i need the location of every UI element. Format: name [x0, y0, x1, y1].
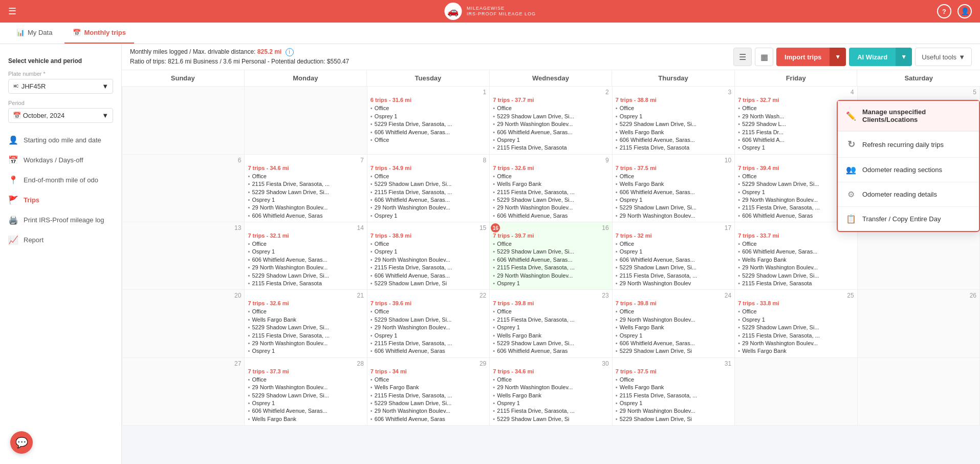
cal-trip-item[interactable]: 606 Whitfield Avenue, Saras...	[371, 196, 486, 204]
cal-trip-item[interactable]: 29 North Washington Boulev...	[616, 212, 731, 220]
calendar-view-button[interactable]: ▦	[755, 48, 773, 66]
cal-trip-item[interactable]: Wells Fargo Bank	[371, 384, 486, 391]
cal-trip-item[interactable]: Office	[493, 376, 608, 384]
cal-trip-item[interactable]: 29 North Washington Boulev...	[248, 204, 363, 212]
cal-trip-item[interactable]: 2115 Fiesta Drive, Sarasota	[738, 280, 854, 287]
cal-trip-item[interactable]: 29 North Washington Boulev...	[371, 256, 486, 264]
cal-cell-w3-d3[interactable]: 237 trips - 39.8 miOffice2115 Fiesta Dri…	[490, 290, 612, 357]
cal-trip-item[interactable]: 606 Whitfield Avenue, Saras...	[248, 407, 363, 415]
cal-trip-item[interactable]: Office	[248, 308, 363, 315]
cal-trip-item[interactable]: 5229 Shadow Lawn Drive, Si...	[371, 399, 486, 407]
plate-select[interactable]: 🅪 JHF45R ▼	[8, 79, 113, 94]
cal-trip-item[interactable]: 606 Whitfield Avenue, Saras...	[616, 340, 731, 347]
cal-trip-item[interactable]: 29 North Washington Boulev...	[493, 384, 608, 391]
cal-trip-item[interactable]: 606 Whitfield Avenue, Saras...	[493, 256, 608, 264]
sidebar-item-report[interactable]: 📈 Report	[0, 230, 121, 250]
cal-cell-w1-d4[interactable]: 107 trips - 37.5 miOfficeWells Fargo Ban…	[613, 155, 735, 222]
sidebar-item-workdays[interactable]: 📅 Workdays / Days-off	[0, 150, 121, 170]
cal-cell-w4-d3[interactable]: 307 trips - 34.6 miOffice29 North Washin…	[490, 358, 612, 426]
cal-trip-item[interactable]: 5229 Shadow Lawn Drive, Si...	[248, 188, 363, 196]
cal-trip-item[interactable]: Wells Fargo Bank	[616, 324, 731, 331]
info-icon[interactable]: i	[286, 48, 294, 56]
cal-trip-item[interactable]: Office	[248, 173, 363, 180]
cal-cell-w0-d4[interactable]: 37 trips - 38.8 miOfficeOsprey 15229 Sha…	[613, 87, 735, 154]
cal-trip-item[interactable]: Wells Fargo Bank	[493, 180, 608, 188]
cal-trip-item[interactable]: Wells Fargo Bank	[248, 316, 363, 324]
cal-trip-item[interactable]: 606 Whitfield Avenue, Saras	[493, 347, 608, 355]
cal-trip-item[interactable]: 5229 Shadow Lawn Drive, Si...	[248, 324, 363, 331]
import-trips-button[interactable]: Import trips	[776, 48, 830, 66]
cal-trip-item[interactable]: 2115 Fiesta Drive, Sarasota	[248, 280, 363, 287]
cal-trip-item[interactable]: 29 North Washington Boulev...	[616, 316, 731, 324]
cal-trip-item[interactable]: Office	[493, 173, 608, 180]
cal-cell-w1-d1[interactable]: 77 trips - 34.6 miOffice2115 Fiesta Driv…	[245, 155, 367, 222]
cal-trip-item[interactable]: 606 Whitfield Avenue, Saras	[493, 212, 608, 220]
cal-trip-item[interactable]: 5229 Shadow Lawn Drive, Si...	[493, 113, 608, 120]
cal-cell-w0-d2[interactable]: 16 trips - 31.6 miOfficeOsprey 15229 Fie…	[367, 87, 490, 154]
hamburger-icon[interactable]: ☰	[8, 6, 16, 17]
cal-trip-item[interactable]: Osprey 1	[248, 196, 363, 204]
cal-trip-item[interactable]: Osprey 1	[371, 248, 486, 256]
cal-cell-w2-d1[interactable]: 147 trips - 32.1 miOfficeOsprey 1606 Whi…	[245, 222, 367, 290]
cal-trip-item[interactable]: 606 Whitfield Avenue, Saras	[248, 212, 363, 220]
cal-trip-item[interactable]: 606 Whitfield Avenue, Saras...	[738, 248, 854, 256]
cal-trip-item[interactable]: Osprey 1	[616, 113, 731, 120]
cal-trip-item[interactable]: 2115 Fiesta Drive, Sarasota, ...	[493, 407, 608, 415]
chat-button[interactable]: 💬	[10, 431, 33, 454]
cal-trip-item[interactable]: Office	[371, 240, 486, 248]
cal-trip-item[interactable]: 5229 Shadow Lawn Drive, Si...	[738, 272, 854, 280]
cal-trip-item[interactable]: Office	[616, 240, 731, 248]
cal-trip-item[interactable]: 2115 Fiesta Drive, Sarasota, ...	[616, 272, 731, 280]
sidebar-item-end-of-month[interactable]: 📍 End-of-month mile of odo	[0, 170, 121, 190]
cal-trip-item[interactable]: Osprey 1	[371, 212, 486, 220]
cal-trip-item[interactable]: 29 North Washington Boulev...	[493, 272, 608, 280]
cal-trip-item[interactable]: Osprey 1	[493, 280, 608, 287]
ai-wizard-button[interactable]: AI Wizard	[849, 48, 896, 66]
cal-trip-item[interactable]: 2115 Fiesta Drive, Sarasota, ...	[493, 264, 608, 271]
user-icon[interactable]: 👤	[957, 4, 972, 18]
cal-trip-item[interactable]: 2115 Fiesta Drive, Sarasota, ...	[616, 392, 731, 399]
cal-trip-item[interactable]: 606 Whitfield Avenue, Saras...	[616, 256, 731, 264]
cal-trip-item[interactable]: 29 North Washington Boulev...	[493, 120, 608, 128]
cal-trip-item[interactable]: 29 North Washington Boulev...	[248, 340, 363, 347]
cal-trip-item[interactable]: 5229 Shadow Lawn Drive, Si...	[248, 392, 363, 399]
cal-trip-item[interactable]: Office	[371, 308, 486, 315]
cal-trip-item[interactable]: 29 North Washington Boulev...	[248, 264, 363, 271]
cal-trip-item[interactable]: Office	[371, 173, 486, 180]
cal-trip-item[interactable]: 2115 Fiesta Drive, Sarasota, ...	[493, 188, 608, 196]
cal-trip-item[interactable]: Osprey 1	[248, 399, 363, 407]
cal-trip-item[interactable]: 29 North Washington Boulev...	[248, 384, 363, 391]
help-icon[interactable]: ?	[937, 4, 951, 18]
cal-cell-w1-d3[interactable]: 97 trips - 32.6 miOfficeWells Fargo Bank…	[490, 155, 612, 222]
cal-trip-item[interactable]: 5229 Shadow Lawn Drive, Si	[616, 415, 731, 423]
cal-trip-item[interactable]: 5229 Shadow Lawn Drive, Si...	[738, 324, 854, 331]
sidebar-item-trips[interactable]: 🚩 Trips	[0, 190, 121, 210]
cal-cell-w2-d3[interactable]: 167 trips - 39.7 miOffice5229 Shadow Law…	[490, 222, 612, 290]
cal-trip-item[interactable]: 29 North Washington Boulev...	[371, 204, 486, 212]
cal-trip-item[interactable]: 5229 Shadow Lawn Drive, Si...	[371, 180, 486, 188]
cal-trip-item[interactable]: Office	[616, 308, 731, 315]
sidebar-item-print[interactable]: 🖨️ Print IRS-Proof mileage log	[0, 210, 121, 230]
cal-cell-w2-d5[interactable]: 187 trips - 33.7 miOffice606 Whitfield A…	[735, 222, 857, 290]
cal-trip-item[interactable]: Wells Fargo Bank	[616, 384, 731, 391]
cal-trip-item[interactable]: Office	[616, 173, 731, 180]
cal-trip-item[interactable]: 29 North Washington Boulev...	[493, 204, 608, 212]
import-trips-dropdown[interactable]: ▼	[830, 48, 846, 66]
cal-trip-item[interactable]: 2115 Fiesta Drive, Sarasota, ...	[371, 188, 486, 196]
cal-trip-item[interactable]: Wells Fargo Bank	[616, 180, 731, 188]
cal-cell-w2-d4[interactable]: 177 trips - 32 miOfficeOsprey 1606 Whitf…	[613, 222, 735, 290]
cal-trip-item[interactable]: Office	[616, 376, 731, 384]
cal-trip-item[interactable]: Osprey 1	[616, 248, 731, 256]
cal-trip-item[interactable]: Office	[248, 376, 363, 384]
cal-trip-item[interactable]: Office	[371, 104, 486, 112]
cal-trip-item[interactable]: 5229 Shadow Lawn Drive, Si...	[616, 264, 731, 271]
tab-monthly-trips[interactable]: 📅 Monthly trips	[64, 23, 134, 44]
cal-trip-item[interactable]: 606 Whitfield Avenue, Saras...	[371, 272, 486, 280]
cal-trip-item[interactable]: Wells Fargo Bank	[738, 256, 854, 264]
cal-trip-item[interactable]: Office	[738, 240, 854, 248]
cal-trip-item[interactable]: Office	[493, 240, 608, 248]
cal-trip-item[interactable]: 606 Whitfield Avenue, Saras...	[248, 256, 363, 264]
cal-trip-item[interactable]: Office	[738, 308, 854, 315]
cal-trip-item[interactable]: 2115 Fiesta Drive, Sarasota, ...	[371, 392, 486, 399]
period-select[interactable]: 📅 October, 2024 ▼	[8, 108, 113, 123]
